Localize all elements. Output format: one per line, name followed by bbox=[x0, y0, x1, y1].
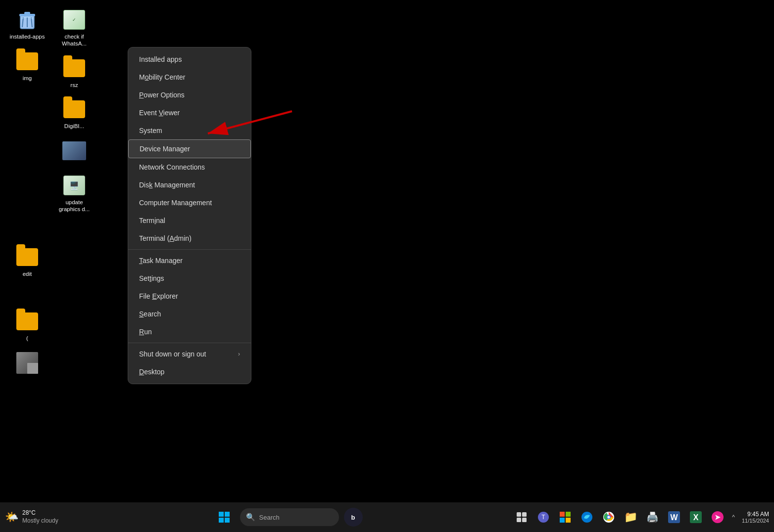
menu-task-manager[interactable]: Task Manager bbox=[128, 252, 251, 269]
menu-device-manager[interactable]: Device Manager bbox=[128, 139, 251, 158]
folder-img-icon[interactable]: img bbox=[5, 46, 49, 85]
menu-search[interactable]: Search bbox=[128, 305, 251, 323]
thumb-img-icon[interactable] bbox=[52, 136, 97, 168]
menu-run[interactable]: Run bbox=[128, 323, 251, 341]
system-tray-expand[interactable]: ^ bbox=[730, 512, 737, 523]
menu-divider-1 bbox=[128, 249, 251, 250]
weather-desc: Mostly cloudy bbox=[22, 517, 58, 525]
context-menu: Installed apps Mobility Center Power Opt… bbox=[128, 47, 251, 384]
svg-rect-2 bbox=[24, 12, 30, 14]
small-thumb-icon[interactable] bbox=[5, 348, 49, 380]
svg-rect-15 bbox=[522, 518, 527, 522]
svg-rect-11 bbox=[225, 518, 230, 523]
store-icon[interactable] bbox=[556, 508, 575, 527]
menu-terminal[interactable]: Terminal bbox=[128, 212, 251, 229]
svg-point-26 bbox=[608, 516, 610, 519]
menu-disk-management[interactable]: Disk Management bbox=[128, 176, 251, 194]
weather-icon: 🌤️ bbox=[5, 511, 18, 524]
menu-file-explorer[interactable]: File Explorer bbox=[128, 287, 251, 305]
desktop: installed-apps img ✓ check ifWhatsA... bbox=[0, 0, 774, 502]
menu-shut-down[interactable]: Shut down or sign out › bbox=[128, 345, 251, 363]
update-graphics-label: updategraphics d... bbox=[59, 199, 90, 213]
check-whatsapp-label: check ifWhatsA... bbox=[62, 34, 87, 47]
bing-icon[interactable]: b bbox=[344, 508, 363, 527]
recycle-bin-label: installed-apps bbox=[10, 34, 45, 41]
folder-rsz-icon[interactable]: rsz bbox=[52, 53, 97, 92]
search-icon: 🔍 bbox=[246, 513, 255, 522]
search-placeholder: Search bbox=[259, 514, 280, 521]
menu-settings[interactable]: Settings bbox=[128, 269, 251, 287]
start-button[interactable] bbox=[213, 506, 235, 528]
svg-text:➤: ➤ bbox=[715, 513, 721, 521]
svg-text:W: W bbox=[671, 513, 678, 522]
teams-icon[interactable]: T bbox=[534, 508, 553, 527]
menu-event-viewer[interactable]: Event Viewer bbox=[128, 104, 251, 122]
svg-text:X: X bbox=[693, 513, 699, 522]
update-graphics-icon[interactable]: 🖥️ updategraphics d... bbox=[52, 171, 97, 216]
menu-divider-2 bbox=[128, 343, 251, 343]
svg-rect-19 bbox=[566, 512, 571, 517]
menu-computer-management[interactable]: Computer Management bbox=[128, 194, 251, 212]
weather-temp: 28°C bbox=[22, 509, 58, 517]
svg-rect-12 bbox=[517, 512, 521, 517]
menu-network-connections[interactable]: Network Connections bbox=[128, 158, 251, 176]
system-clock[interactable]: 9:45 AM 11/15/2024 bbox=[742, 511, 769, 524]
folder-rsz-label: rsz bbox=[70, 82, 78, 89]
folder-open-paren-icon[interactable]: ( bbox=[5, 307, 49, 345]
file-explorer-taskbar-icon[interactable]: 📁 bbox=[621, 508, 640, 527]
taskbar-right: T bbox=[512, 508, 769, 527]
menu-system[interactable]: System bbox=[128, 122, 251, 139]
check-whatsapp-icon[interactable]: ✓ check ifWhatsA... bbox=[52, 5, 97, 50]
svg-rect-10 bbox=[219, 518, 224, 523]
folder-edit-label: edit bbox=[23, 271, 32, 278]
menu-installed-apps[interactable]: Installed apps bbox=[128, 50, 251, 68]
svg-rect-14 bbox=[517, 518, 521, 522]
svg-rect-9 bbox=[225, 512, 230, 517]
folder-img-label: img bbox=[23, 75, 32, 82]
svg-rect-8 bbox=[219, 512, 224, 517]
folder-digibi-label: DigiBI... bbox=[64, 123, 84, 130]
folder-open-paren-label: ( bbox=[26, 335, 28, 342]
printer-icon[interactable]: 🖨️ bbox=[643, 508, 662, 527]
svg-rect-18 bbox=[560, 512, 565, 517]
edge-icon[interactable] bbox=[578, 508, 596, 527]
taskbar-center: 🔍 Search b bbox=[67, 506, 509, 528]
taskbar-search[interactable]: 🔍 Search bbox=[240, 508, 339, 526]
shut-down-arrow: › bbox=[238, 351, 240, 357]
menu-power-options[interactable]: Power Options bbox=[128, 86, 251, 104]
svg-rect-13 bbox=[522, 512, 527, 517]
taskbar-weather[interactable]: 🌤️ 28°C Mostly cloudy bbox=[5, 509, 58, 525]
menu-mobility-center[interactable]: Mobility Center bbox=[128, 68, 251, 86]
task-view-icon[interactable] bbox=[512, 508, 531, 527]
svg-rect-20 bbox=[560, 518, 565, 523]
folder-edit-icon[interactable]: edit bbox=[5, 242, 49, 281]
svg-text:T: T bbox=[542, 514, 546, 521]
word-icon[interactable]: W bbox=[665, 508, 683, 527]
folder-digibi-icon[interactable]: DigiBI... bbox=[52, 94, 97, 133]
excel-icon[interactable]: X bbox=[686, 508, 705, 527]
chrome-icon[interactable] bbox=[599, 508, 618, 527]
recycle-bin-icon[interactable]: installed-apps bbox=[5, 5, 49, 44]
menu-terminal-admin[interactable]: Terminal (Admin) bbox=[128, 229, 251, 247]
pink-app-icon[interactable]: ➤ bbox=[708, 508, 727, 527]
svg-rect-21 bbox=[566, 518, 571, 523]
menu-desktop[interactable]: Desktop bbox=[128, 363, 251, 381]
taskbar: 🌤️ 28°C Mostly cloudy 🔍 Search b bbox=[0, 502, 774, 532]
